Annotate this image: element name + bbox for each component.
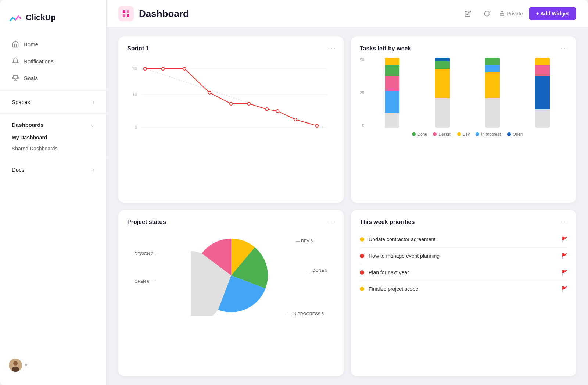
private-label: Private [507,11,523,17]
pie-label-inprogress: — IN PROGRESS 5 [287,311,324,316]
pie-label-inprogress-text: IN PROGRESS 5 [292,311,324,316]
sprint-card-menu[interactable]: ··· [328,44,336,52]
edit-button[interactable] [461,7,474,20]
sidebar-item-home[interactable]: Home [3,36,103,52]
priority-dot-3 [360,270,364,275]
docs-label: Docs [12,167,24,173]
sidebar-item-shared-dashboards[interactable]: Shared Dashboards [3,143,103,154]
shared-dashboards-label: Shared Dashboards [12,146,58,151]
home-icon [12,40,19,48]
bar-segment-yellow-4 [535,58,550,65]
legend-done: Done [412,132,427,136]
pie-label-design-text: DESIGN 2 [135,252,153,256]
sidebar-home-label: Home [24,41,38,47]
legend-dot-done [412,132,416,136]
svg-text:0: 0 [135,125,137,130]
pie-label-done-text: DONE 5 [312,268,327,272]
svg-text:10: 10 [132,92,137,97]
bell-icon [12,57,19,65]
y-label-50: 50 [360,58,364,62]
bar-segment-done-2 [435,61,450,69]
bar-segment-dev-1 [385,58,399,65]
sidebar-item-spaces[interactable]: Spaces › [3,95,103,109]
priority-left-4: Finalize project scope [360,286,418,292]
priority-item-3[interactable]: Plan for next year 🚩 [360,264,567,281]
bar-segment-gray-3 [485,98,500,128]
legend-dot-inprogress [476,132,479,136]
legend-label-design: Design [438,132,451,136]
pie-label-design: DESIGN 2 — [135,252,158,256]
legend-dot-open [507,132,511,136]
svg-point-19 [230,102,233,105]
sidebar-logo: ClickUp [0,7,106,35]
sidebar-logo-text: ClickUp [26,13,56,22]
priority-text-4: Finalize project scope [369,286,418,292]
priority-flag-4: 🚩 [561,286,567,292]
priority-item-4[interactable]: Finalize project scope 🚩 [360,281,567,297]
tasks-card: Tasks left by week ··· 50 25 0 [351,36,576,203]
legend-label-inprogress: In progress [481,132,501,136]
project-status-menu[interactable]: ··· [328,217,336,226]
refresh-icon [484,10,490,17]
priority-dot-2 [360,254,364,258]
sidebar-item-goals[interactable]: Goals [3,70,103,86]
my-dashboard-label: My Dashboard [12,135,47,140]
chevron-right-docs-icon: › [93,167,94,173]
refresh-button[interactable] [480,7,494,20]
priority-item-2[interactable]: How to manage event planning 🚩 [360,248,567,264]
bar-y-labels: 50 25 0 [360,58,367,128]
sidebar-item-dashboards[interactable]: Dashboards ⌄ [3,118,103,132]
add-widget-button[interactable]: + Add Widget [529,7,576,20]
svg-point-16 [162,67,165,70]
bar-group-2 [421,58,463,128]
priority-item-1[interactable]: Update contractor agreement 🚩 [360,231,567,248]
bar-chart-area [367,58,567,128]
svg-text:20: 20 [132,66,137,71]
user-avatar[interactable] [9,359,22,372]
priorities-card-menu[interactable]: ··· [560,217,569,226]
bar-segment-gray-4 [535,109,550,128]
svg-point-21 [265,108,268,111]
sidebar-item-docs[interactable]: Docs › [3,163,103,177]
main-content: Dashboard Private + Add Widget [107,0,588,385]
legend-design: Design [433,132,451,136]
sidebar-notifications-label: Notifications [24,58,54,64]
pie-label-open: OPEN 6 — [135,279,154,284]
bar-segment-gray-2 [435,98,450,128]
tasks-card-menu[interactable]: ··· [560,44,569,52]
pie-label-dev-text: DEV 3 [301,239,313,243]
priority-text-3: Plan for next year [369,270,409,275]
bar-chart-legend: Done Design Dev In progress [367,132,567,136]
bar-segment-dev-2 [435,69,450,98]
priority-flag-1: 🚩 [561,236,567,242]
svg-point-17 [183,67,186,70]
svg-point-22 [276,110,279,113]
chevron-down-user-icon[interactable]: ▾ [25,363,27,368]
priorities-card: This week priorities ··· Update contract… [351,210,576,376]
svg-point-15 [144,67,147,70]
dashboard-icon [118,6,134,21]
header-right: Private + Add Widget [461,7,576,20]
dashboard-grid: Sprint 1 ··· 20 10 0 [107,28,588,385]
legend-label-open: Open [513,132,523,136]
priority-left-1: Update contractor agreement [360,236,435,242]
spaces-label: Spaces [12,99,30,105]
priority-flag-2: 🚩 [561,253,567,259]
page-header: Dashboard Private + Add Widget [107,0,588,28]
priorities-list: Update contractor agreement 🚩 How to man… [360,231,567,297]
bar-segment-design-4 [535,65,550,76]
pie-label-dev: — DEV 3 [296,239,313,243]
bar-segment-dev-3 [485,72,500,98]
svg-point-1 [13,361,18,366]
svg-rect-4 [127,10,129,13]
nav-divider-3 [0,158,106,158]
sidebar-item-my-dashboard[interactable]: My Dashboard [3,132,103,143]
legend-dot-dev [457,132,461,136]
svg-point-20 [247,102,250,105]
svg-point-23 [294,118,297,121]
sidebar-item-notifications[interactable]: Notifications [3,53,103,69]
bar-stack-1 [385,58,399,128]
bar-stack-3 [485,58,500,128]
pencil-icon [465,10,471,17]
pie-label-open-text: OPEN 6 [135,279,149,284]
